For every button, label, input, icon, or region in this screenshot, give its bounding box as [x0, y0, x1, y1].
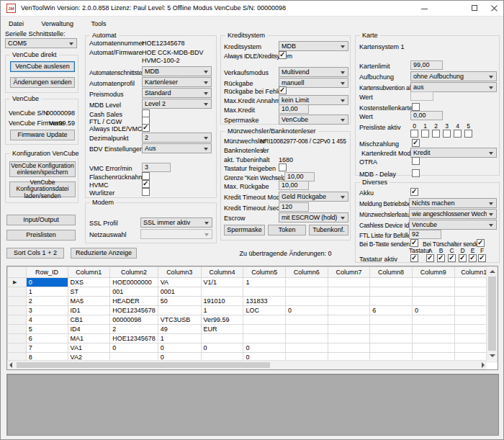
grid-cell[interactable]: 5 [26, 325, 68, 334]
mdb-delay-checkbox[interactable] [412, 169, 420, 177]
aufbuchung-select[interactable]: ohne Aufbuchung [410, 71, 497, 81]
grid-cell[interactable]: HOE12345678 [110, 306, 158, 315]
tastatur-freigeben-checkbox[interactable] [279, 163, 287, 171]
grid-column-header[interactable]: Column8 [370, 267, 413, 278]
grid-cell[interactable]: ST [68, 287, 110, 297]
preisliste-checkbox[interactable] [464, 130, 472, 138]
max-rueckgabe-input[interactable]: 10,00 [279, 181, 309, 190]
mdb-level-select[interactable]: Level 2 [142, 99, 212, 109]
grid-row-header[interactable] [8, 325, 27, 334]
menu-tools[interactable]: Tools [84, 17, 114, 27]
bei-tuerschalter-checkbox[interactable] [477, 239, 485, 247]
grid-cell[interactable]: MA5 [68, 297, 110, 306]
grid-cell[interactable]: HOE12345678 [110, 334, 158, 344]
grid-cell[interactable]: 001 [110, 287, 158, 297]
minimize-button[interactable] [414, 1, 434, 17]
mischzahlung-checkbox[interactable] [412, 139, 420, 147]
grid-cell[interactable]: 1 [158, 334, 201, 344]
grid-cell[interactable]: 1 [243, 278, 286, 287]
akku-checkbox[interactable] [410, 188, 418, 196]
grid-cell[interactable]: 50 [158, 297, 201, 306]
vertical-scrollbar[interactable] [486, 266, 498, 361]
grid-cell[interactable]: VA [158, 278, 201, 287]
grid-cell[interactable]: CB1 [68, 315, 110, 325]
grid-row-header[interactable] [8, 315, 27, 325]
grid-row-header[interactable] [8, 306, 27, 315]
grid-cell[interactable]: HOE0000000 [110, 278, 158, 287]
bei-b-taste-checkbox[interactable] [410, 239, 418, 247]
tastatur-checkbox[interactable] [469, 254, 477, 262]
bdv-einstellungen-select[interactable]: Aus [142, 143, 212, 153]
grid-cell[interactable]: 2 [26, 297, 68, 306]
horizontal-scrollbar[interactable] [7, 360, 487, 369]
preisliste-checkbox[interactable] [443, 130, 451, 138]
grid-row-header[interactable] [8, 287, 27, 297]
kartenkredit-mode-select[interactable]: Kredit [410, 148, 497, 158]
vencube-auslesen-button[interactable]: VenCube auslesen [10, 61, 75, 72]
escrow-select[interactable]: mit ESCROW (hold) [279, 212, 348, 223]
tastatur-checkbox[interactable] [448, 254, 456, 262]
sort-cols-button[interactable]: Sort Cols 1 + 2 [6, 248, 64, 259]
grid-corner-header[interactable] [8, 267, 27, 278]
grid-cell[interactable]: 00000098 [110, 315, 158, 325]
sperrmaske-select[interactable]: VenCube [279, 115, 348, 125]
max-kredit-input[interactable]: 10,00 [279, 104, 309, 114]
grid-cell[interactable] [328, 278, 370, 287]
preisliste-checkbox[interactable] [421, 130, 429, 138]
tastatur-checkbox[interactable] [478, 254, 486, 262]
grid-cell[interactable]: 1 [201, 306, 243, 315]
grid-column-header[interactable]: Column6 [286, 267, 328, 278]
verkaufsmodus-select[interactable]: Multivend [279, 67, 348, 77]
muenzwechslerfeature-select[interactable]: wie angeschlossener Wech [409, 209, 497, 219]
grid-cell[interactable] [412, 325, 454, 334]
grid-row-header[interactable] [8, 334, 27, 344]
grid-cell[interactable]: 49 [158, 325, 201, 334]
tastatur-checkbox[interactable] [426, 254, 434, 262]
grid-column-header[interactable]: Row_ID [26, 267, 68, 278]
grid-column-header[interactable]: Column9 [412, 267, 454, 278]
vmc-error-input[interactable]: 3 [142, 163, 171, 172]
grid-cell[interactable] [370, 334, 413, 344]
grid-cell[interactable]: 0 [158, 344, 201, 353]
grid-cell[interactable]: V1/1 [201, 278, 243, 287]
tubenkonf-button[interactable]: Tubenkonf. [309, 225, 348, 235]
grid-cell[interactable] [412, 287, 454, 297]
always-idle-kreditsystem-checkbox[interactable] [279, 51, 287, 59]
grid-cell[interactable]: MA1 [68, 334, 110, 344]
grid-cell[interactable] [412, 344, 454, 353]
input-output-button[interactable]: Input/Output [6, 215, 76, 225]
serial-port-select[interactable]: COM5 [5, 38, 77, 48]
grid-cell[interactable] [328, 325, 370, 334]
grid-cell[interactable]: 3 [26, 306, 68, 315]
grid-column-header[interactable]: Column1 [68, 267, 110, 278]
grid-cell[interactable]: ID4 [68, 325, 110, 334]
grid-cell[interactable] [328, 297, 370, 306]
max-kredit-annahme-select[interactable]: kein Limit [279, 95, 348, 105]
sperrmaske-button[interactable]: Sperrmaske [224, 225, 265, 235]
grid-cell[interactable] [328, 344, 370, 353]
grid-row-header[interactable] [8, 344, 27, 353]
preisliste-checkbox[interactable] [454, 130, 462, 138]
preisliste-checkbox[interactable] [410, 130, 418, 138]
grid-cell[interactable] [243, 334, 286, 344]
preisliste-checkbox[interactable] [432, 130, 440, 138]
kartensubvention-select[interactable]: aus [410, 82, 497, 92]
tastatur-checkbox[interactable] [410, 254, 418, 262]
grid-column-header[interactable]: Column3 [158, 267, 201, 278]
dezimalpunkt-select[interactable]: 2 [142, 133, 212, 143]
grid-cell[interactable] [286, 297, 328, 306]
grid-cell[interactable]: Ver99.59 [201, 315, 243, 325]
grid-cell[interactable] [370, 344, 413, 353]
grid-cell[interactable] [412, 315, 454, 325]
hvmc-checkbox[interactable] [142, 180, 150, 188]
grid-cell[interactable]: 6 [370, 306, 413, 315]
automatenschnittstelle-select[interactable]: MDB [142, 66, 212, 76]
konfigurationsdatei-laden-button[interactable]: VenCube Konfigurationsdatei laden/senden [9, 181, 76, 197]
grid-cell[interactable] [370, 287, 413, 297]
grid-cell[interactable] [286, 325, 328, 334]
grid-cell[interactable]: 0 [243, 344, 286, 353]
grid-cell[interactable] [286, 287, 328, 297]
close-button[interactable] [484, 1, 504, 17]
grid-cell[interactable] [286, 344, 328, 353]
grid-cell[interactable] [243, 315, 286, 325]
